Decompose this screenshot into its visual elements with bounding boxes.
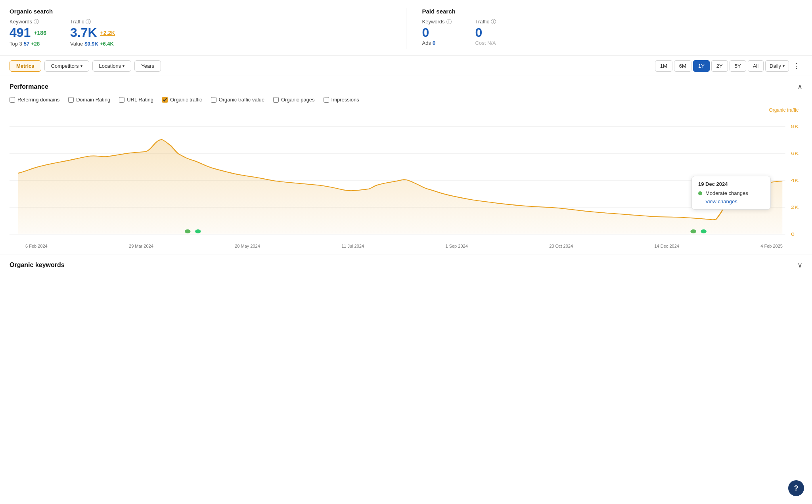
- paid-ads-row: Ads 0: [422, 40, 452, 46]
- organic-search-block: Organic search Keywords i 491 +186 Top 3…: [10, 8, 406, 49]
- organic-traffic-value-checkbox[interactable]: Organic traffic value: [211, 97, 264, 103]
- svg-text:2K: 2K: [791, 205, 799, 210]
- svg-text:0: 0: [791, 232, 795, 237]
- competitors-tab[interactable]: Competitors ▾: [44, 60, 89, 72]
- referring-domains-input[interactable]: [10, 97, 15, 103]
- paid-search-block: Paid search Keywords i 0 Ads 0 Traffic i…: [422, 8, 803, 49]
- impressions-checkbox[interactable]: Impressions: [324, 97, 359, 103]
- organic-keywords-section: Organic keywords ∨: [0, 254, 812, 276]
- paid-cost-row: Cost N/A: [475, 40, 496, 46]
- svg-text:8K: 8K: [791, 124, 799, 129]
- period-6m-button[interactable]: 6M: [674, 60, 691, 72]
- chart-tooltip: 19 Dec 2024 Moderate changes View change…: [691, 176, 771, 210]
- performance-section: Performance ∧ Referring domains Domain R…: [0, 76, 812, 251]
- event-dot-3[interactable]: [690, 229, 696, 233]
- paid-traffic-value: 0: [475, 25, 496, 40]
- paid-traffic-metric: Traffic i 0 Cost N/A: [475, 19, 496, 46]
- keywords-top3: Top 3 57 +28: [10, 41, 46, 47]
- organic-keywords-expand-button[interactable]: ∨: [797, 261, 802, 269]
- paid-search-title: Paid search: [422, 8, 803, 15]
- impressions-input[interactable]: [324, 97, 329, 103]
- traffic-metric: Traffic i 3.7K +2.2K Value $9.9K +6.4K: [70, 19, 115, 47]
- competitors-chevron-icon: ▾: [80, 64, 82, 68]
- metrics-tab[interactable]: Metrics: [10, 60, 41, 72]
- organic-search-metrics-row: Keywords i 491 +186 Top 3 57 +28 Traffic…: [10, 19, 390, 47]
- organic-traffic-chart-label: Organic traffic: [10, 107, 802, 113]
- paid-keywords-value: 0: [422, 25, 452, 40]
- keywords-metric: Keywords i 491 +186 Top 3 57 +28: [10, 19, 46, 47]
- domain-rating-checkbox[interactable]: Domain Rating: [68, 97, 110, 103]
- tooltip-change-row: Moderate changes: [698, 190, 764, 196]
- domain-rating-input[interactable]: [68, 97, 74, 103]
- url-rating-checkbox[interactable]: URL Rating: [119, 97, 153, 103]
- svg-text:6K: 6K: [791, 151, 799, 156]
- organic-keywords-title: Organic keywords: [10, 262, 65, 269]
- toolbar: Metrics Competitors ▾ Locations ▾ Years …: [0, 56, 812, 76]
- chart-svg-wrapper: 8K 6K 4K 2K 0 19 Dec 2024: [10, 115, 802, 241]
- organic-pages-input[interactable]: [273, 97, 279, 103]
- keywords-change: +186: [34, 30, 46, 36]
- performance-header: Performance ∧: [10, 82, 802, 91]
- paid-search-metrics-row: Keywords i 0 Ads 0 Traffic i 0 Cost N/A: [422, 19, 803, 46]
- years-tab[interactable]: Years: [134, 60, 161, 72]
- traffic-info-icon[interactable]: i: [86, 19, 91, 24]
- x-axis-labels: 6 Feb 2024 29 Mar 2024 20 May 2024 11 Ju…: [10, 241, 802, 251]
- period-1y-button[interactable]: 1Y: [693, 60, 710, 72]
- paid-keywords-info-icon[interactable]: i: [446, 19, 452, 24]
- organic-traffic-input[interactable]: [162, 97, 168, 103]
- keywords-value: 491 +186: [10, 25, 46, 40]
- paid-keywords-metric: Keywords i 0 Ads 0: [422, 19, 452, 46]
- event-dot-4[interactable]: [701, 229, 706, 233]
- organic-search-title: Organic search: [10, 8, 390, 15]
- organic-traffic-value-input[interactable]: [211, 97, 216, 103]
- event-dot-1[interactable]: [185, 229, 190, 233]
- event-dot-2[interactable]: [195, 229, 201, 233]
- paid-traffic-info-icon[interactable]: i: [491, 19, 496, 24]
- period-1m-button[interactable]: 1M: [655, 60, 672, 72]
- performance-title: Performance: [10, 83, 48, 90]
- chart-container: Organic traffic 8K 6K 4K: [10, 107, 802, 251]
- traffic-label: Traffic i: [70, 19, 115, 25]
- locations-tab[interactable]: Locations ▾: [92, 60, 132, 72]
- tooltip-view-changes-link[interactable]: View changes: [698, 199, 764, 204]
- organic-pages-checkbox[interactable]: Organic pages: [273, 97, 315, 103]
- paid-keywords-label: Keywords i: [422, 19, 452, 25]
- period-5y-button[interactable]: 5Y: [730, 60, 746, 72]
- toolbar-left: Metrics Competitors ▾ Locations ▾ Years: [10, 60, 652, 72]
- toolbar-right: 1M 6M 1Y 2Y 5Y All Daily ▾ ⋮: [655, 60, 802, 72]
- tooltip-dot: [698, 191, 702, 195]
- daily-dropdown-button[interactable]: Daily ▾: [765, 60, 789, 72]
- keywords-info-icon[interactable]: i: [34, 19, 39, 24]
- keywords-label: Keywords i: [10, 19, 46, 25]
- tooltip-change-label: Moderate changes: [705, 190, 748, 196]
- svg-text:4K: 4K: [791, 178, 799, 183]
- period-2y-button[interactable]: 2Y: [711, 60, 728, 72]
- url-rating-input[interactable]: [119, 97, 124, 103]
- traffic-value-row: Value $9.9K +6.4K: [70, 41, 115, 47]
- period-all-button[interactable]: All: [748, 60, 764, 72]
- top-section: Organic search Keywords i 491 +186 Top 3…: [0, 0, 812, 56]
- traffic-value: 3.7K +2.2K: [70, 25, 115, 40]
- more-options-button[interactable]: ⋮: [791, 60, 802, 72]
- daily-chevron-icon: ▾: [783, 64, 785, 68]
- performance-collapse-button[interactable]: ∧: [797, 82, 802, 91]
- paid-traffic-label: Traffic i: [475, 19, 496, 25]
- checkboxes-row: Referring domains Domain Rating URL Rati…: [10, 97, 802, 103]
- organic-traffic-checkbox[interactable]: Organic traffic: [162, 97, 202, 103]
- referring-domains-checkbox[interactable]: Referring domains: [10, 97, 59, 103]
- tooltip-date: 19 Dec 2024: [698, 181, 764, 187]
- performance-chart: 8K 6K 4K 2K 0: [10, 115, 802, 241]
- locations-chevron-icon: ▾: [123, 64, 124, 68]
- traffic-change: +2.2K: [100, 30, 115, 36]
